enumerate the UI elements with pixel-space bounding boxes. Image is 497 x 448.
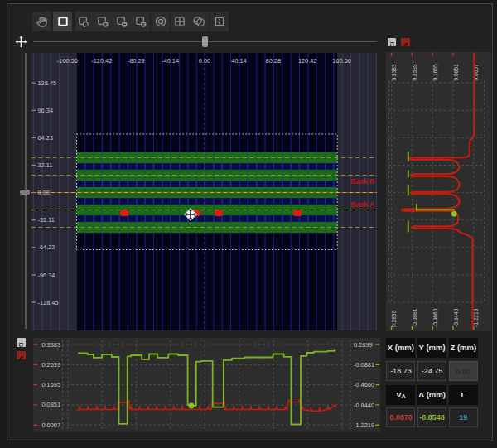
- svg-text:-120.42: -120.42: [91, 57, 112, 65]
- svg-text:0.1695: 0.1695: [432, 64, 438, 81]
- svg-text:0.00: 0.00: [199, 57, 210, 65]
- svg-text:80.28: 80.28: [266, 57, 282, 65]
- svg-text:120.42: 120.42: [298, 57, 317, 65]
- svg-text:96.34: 96.34: [38, 107, 54, 114]
- svg-text:0.2539: 0.2539: [41, 361, 60, 369]
- svg-text:-32.11: -32.11: [38, 216, 55, 224]
- svg-text:0.2539: 0.2539: [412, 64, 417, 81]
- svg-text:0.3383: 0.3383: [41, 341, 60, 349]
- svg-text:0.0851: 0.0851: [453, 64, 459, 81]
- svg-text:0.1695: 0.1695: [41, 381, 60, 388]
- svg-text:-0.4660: -0.4660: [354, 381, 374, 388]
- svg-text:-0.0881: -0.0881: [354, 361, 374, 369]
- svg-text:-0.8440: -0.8440: [453, 308, 459, 327]
- svg-text:-160.56: -160.56: [57, 57, 78, 65]
- svg-text:-64.23: -64.23: [38, 243, 55, 251]
- svg-text:160.56: 160.56: [332, 57, 351, 65]
- svg-text:-80.28: -80.28: [128, 57, 145, 65]
- svg-text:-128.45: -128.45: [38, 299, 59, 306]
- svg-text:0.3383: 0.3383: [391, 64, 397, 81]
- svg-text:-40.14: -40.14: [162, 57, 179, 65]
- svg-text:-0.0881: -0.0881: [412, 308, 417, 327]
- svg-text:-1.2219: -1.2219: [473, 308, 479, 327]
- svg-text:128.45: 128.45: [38, 79, 57, 87]
- svg-text:0.2899: 0.2899: [391, 310, 397, 327]
- svg-text:Bank A: Bank A: [350, 200, 374, 209]
- svg-text:0.2899: 0.2899: [354, 341, 373, 349]
- svg-text:64.23: 64.23: [38, 134, 54, 142]
- svg-text:40.14: 40.14: [231, 57, 247, 65]
- svg-text:-0.8440: -0.8440: [354, 402, 374, 409]
- svg-text:-0.4660: -0.4660: [432, 308, 438, 327]
- svg-text:-96.34: -96.34: [38, 272, 55, 279]
- svg-text:0.00: 0.00: [38, 189, 50, 196]
- svg-text:32.11: 32.11: [38, 161, 53, 169]
- svg-text:0.0007: 0.0007: [41, 422, 60, 429]
- svg-text:Bank B: Bank B: [350, 177, 374, 185]
- svg-text:-1.2219: -1.2219: [354, 422, 374, 429]
- svg-text:0.0851: 0.0851: [41, 401, 60, 408]
